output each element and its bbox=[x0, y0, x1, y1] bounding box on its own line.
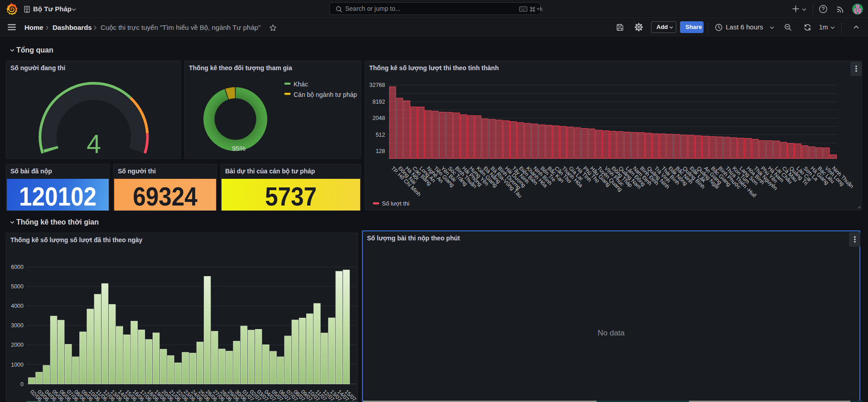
svg-text:1000: 1000 bbox=[11, 362, 24, 368]
svg-text:4000: 4000 bbox=[11, 303, 24, 309]
svg-text:5000: 5000 bbox=[11, 283, 24, 290]
svg-text:8192: 8192 bbox=[372, 99, 385, 105]
svg-text:6000: 6000 bbox=[11, 264, 24, 270]
svg-text:Khác: Khác bbox=[294, 81, 308, 88]
svg-text:2000: 2000 bbox=[11, 342, 24, 348]
svg-text:3000: 3000 bbox=[11, 322, 24, 329]
svg-text:32768: 32768 bbox=[369, 82, 385, 88]
svg-text:512: 512 bbox=[376, 132, 385, 138]
svg-text:Số lượt thi: Số lượt thi bbox=[382, 200, 410, 207]
svg-text:95%: 95% bbox=[232, 144, 246, 152]
svg-text:4: 4 bbox=[87, 129, 101, 158]
svg-text:Cán bộ ngành tư pháp: Cán bộ ngành tư pháp bbox=[294, 91, 357, 98]
svg-text:128: 128 bbox=[376, 148, 385, 154]
svg-text:2048: 2048 bbox=[372, 115, 385, 121]
svg-text:0: 0 bbox=[20, 381, 24, 388]
